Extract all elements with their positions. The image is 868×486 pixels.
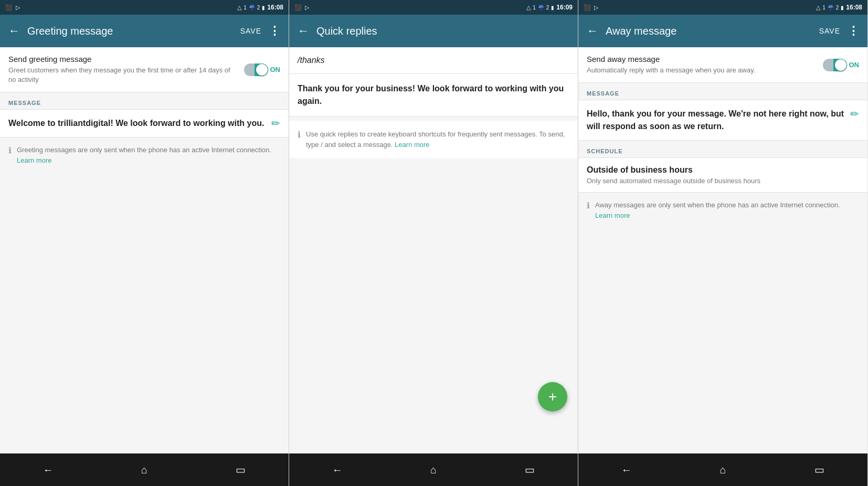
learn-more-link-away[interactable]: Learn more bbox=[595, 212, 630, 219]
battery-icon-2: ▮ bbox=[551, 5, 554, 10]
nav-back-2[interactable]: ← bbox=[327, 459, 348, 480]
toggle-thumb-greeting bbox=[256, 64, 268, 76]
message-text-away: Hello, thank you for your message. We're… bbox=[587, 108, 845, 133]
message-section-label-away: MESSAGE bbox=[578, 83, 867, 100]
back-button-greeting[interactable]: ← bbox=[8, 24, 20, 38]
info-text-away: Away messages are only sent when the pho… bbox=[595, 200, 859, 220]
fab-icon: + bbox=[548, 388, 557, 405]
shortcut-row[interactable]: /thanks bbox=[289, 47, 578, 74]
status-time-2: 16:09 bbox=[556, 4, 573, 11]
nav-recents-1[interactable]: ▭ bbox=[230, 459, 251, 480]
sim-signal-icon-3: ☔ bbox=[828, 5, 834, 10]
status-time-3: 16:08 bbox=[846, 4, 862, 11]
learn-more-link-greeting[interactable]: Learn more bbox=[17, 156, 51, 164]
status-bar-1: ⬛ ▷ △ 1 ☔ 2 ▮ 16:08 bbox=[0, 0, 289, 15]
info-text-qr: Use quick replies to create keyboard sho… bbox=[306, 129, 569, 150]
status-bar-right-icons-3: △ 1 ☔ 2 ▮ 16:08 bbox=[816, 4, 862, 11]
away-message-screen: ⬛ ▷ △ 1 ☔ 2 ▮ 16:08 ← Away message SAVE … bbox=[578, 0, 867, 486]
nav-bar-3: ← ⌂ ▭ bbox=[578, 453, 867, 486]
back-button-away[interactable]: ← bbox=[587, 24, 598, 38]
toggle-away[interactable]: ON bbox=[823, 59, 860, 71]
sim-signal-icon-2: ☔ bbox=[538, 5, 544, 10]
more-button-away[interactable]: ⋮ bbox=[848, 24, 859, 38]
toggle-label-greeting: ON bbox=[270, 66, 281, 73]
signal-icon-2a: 1 bbox=[533, 5, 536, 10]
send-away-subtitle: Automatically reply with a message when … bbox=[587, 66, 818, 75]
edit-icon-greeting[interactable]: ✏ bbox=[271, 117, 280, 130]
toggle-greeting[interactable]: ON bbox=[244, 64, 281, 76]
more-button-greeting[interactable]: ⋮ bbox=[269, 24, 280, 38]
signal-icon-3b: 2 bbox=[836, 5, 839, 10]
info-text-greeting: Greeting messages are only sent when the… bbox=[17, 145, 280, 165]
signal-icon-1: 1 bbox=[244, 5, 247, 10]
toggle-track-greeting[interactable] bbox=[244, 64, 268, 76]
cast-icon-2: ▷ bbox=[305, 4, 309, 11]
status-bar-2: ⬛ ▷ △ 1 ☔ 2 ▮ 16:09 bbox=[289, 0, 578, 15]
screenshot-icon-3: ⬛ bbox=[584, 4, 591, 11]
info-icon-qr: ℹ bbox=[298, 130, 301, 140]
app-bar-title-greeting: Greeting message bbox=[27, 25, 233, 37]
info-row-away: ℹ Away messages are only sent when the p… bbox=[578, 193, 867, 228]
wifi-icon-3: △ bbox=[816, 4, 820, 11]
nav-home-3[interactable]: ⌂ bbox=[712, 459, 733, 480]
toggle-label-away: ON bbox=[849, 61, 860, 69]
status-bar-right-icons: △ 1 ☔ 2 ▮ 16:08 bbox=[237, 4, 283, 11]
sim-signal-icon: ☔ bbox=[249, 5, 255, 10]
nav-recents-3[interactable]: ▭ bbox=[809, 459, 830, 480]
app-bar-title-quick-replies: Quick replies bbox=[316, 25, 569, 37]
info-row-greeting: ℹ Greeting messages are only sent when t… bbox=[0, 138, 289, 173]
nav-back-3[interactable]: ← bbox=[616, 459, 637, 480]
divider-qr bbox=[289, 117, 578, 121]
app-bar-greeting: ← Greeting message SAVE ⋮ bbox=[0, 15, 289, 47]
battery-icon: ▮ bbox=[262, 5, 265, 10]
schedule-section-label: SCHEDULE bbox=[578, 141, 867, 157]
schedule-row-away[interactable]: Outside of business hours Only send auto… bbox=[578, 158, 867, 193]
nav-recents-2[interactable]: ▭ bbox=[519, 459, 540, 480]
nav-back-1[interactable]: ← bbox=[38, 459, 59, 480]
quick-replies-screen: ⬛ ▷ △ 1 ☔ 2 ▮ 16:09 ← Quick replies /tha… bbox=[289, 0, 578, 486]
shortcut-text: /thanks bbox=[298, 56, 325, 65]
save-button-greeting[interactable]: SAVE bbox=[240, 27, 261, 35]
send-greeting-text: Send greeting message Greet customers wh… bbox=[8, 55, 239, 84]
toggle-thumb-away bbox=[835, 59, 846, 71]
signal-icon-2: 2 bbox=[257, 5, 260, 10]
nav-home-1[interactable]: ⌂ bbox=[134, 459, 155, 480]
app-bar-quick-replies: ← Quick replies bbox=[289, 15, 578, 47]
back-button-quick-replies[interactable]: ← bbox=[298, 24, 309, 38]
message-row-away: Hello, thank you for your message. We're… bbox=[578, 100, 867, 141]
learn-more-link-qr[interactable]: Learn more bbox=[395, 141, 429, 149]
status-time-1: 16:08 bbox=[267, 4, 283, 11]
send-away-row: Send away message Automatically reply wi… bbox=[578, 47, 867, 83]
fab-add-quick-reply[interactable]: + bbox=[538, 382, 567, 411]
battery-icon-3: ▮ bbox=[841, 5, 844, 10]
wifi-icon-2: △ bbox=[526, 4, 531, 11]
content-quick-replies: /thanks Thank you for your business! We … bbox=[289, 47, 578, 453]
reply-text-row: Thank you for your business! We look for… bbox=[289, 74, 578, 117]
send-greeting-title: Send greeting message bbox=[8, 55, 239, 64]
screenshot-icon: ⬛ bbox=[5, 4, 13, 11]
info-icon-greeting: ℹ bbox=[8, 145, 12, 155]
status-bar-right-icons-2: △ 1 ☔ 2 ▮ 16:09 bbox=[526, 4, 573, 11]
save-button-away[interactable]: SAVE bbox=[819, 27, 840, 35]
status-bar-left-icons-3: ⬛ ▷ bbox=[584, 4, 598, 11]
signal-icon-3a: 1 bbox=[822, 5, 825, 10]
nav-home-2[interactable]: ⌂ bbox=[423, 459, 444, 480]
schedule-subtitle-away: Only send automated message outside of b… bbox=[587, 177, 859, 185]
content-greeting: Send greeting message Greet customers wh… bbox=[0, 47, 289, 453]
send-greeting-row: Send greeting message Greet customers wh… bbox=[0, 47, 289, 92]
edit-icon-away[interactable]: ✏ bbox=[850, 108, 859, 120]
reply-message-text: Thank you for your business! We look for… bbox=[298, 82, 569, 108]
cast-icon: ▷ bbox=[16, 4, 20, 11]
message-section-label-greeting: MESSAGE bbox=[0, 92, 289, 109]
app-bar-away: ← Away message SAVE ⋮ bbox=[578, 15, 867, 47]
send-greeting-subtitle: Greet customers when they message you th… bbox=[8, 66, 239, 84]
schedule-title-away: Outside of business hours bbox=[587, 165, 859, 175]
status-bar-left-icons-2: ⬛ ▷ bbox=[294, 4, 309, 11]
nav-bar-1: ← ⌂ ▭ bbox=[0, 453, 289, 486]
content-away: Send away message Automatically reply wi… bbox=[578, 47, 867, 453]
message-text-greeting: Welcome to trilliantdigital! We look for… bbox=[8, 117, 266, 130]
toggle-track-away[interactable] bbox=[823, 59, 847, 71]
info-row-qr: ℹ Use quick replies to create keyboard s… bbox=[289, 121, 578, 158]
wifi-icon: △ bbox=[237, 4, 241, 11]
cast-icon-3: ▷ bbox=[594, 4, 598, 11]
